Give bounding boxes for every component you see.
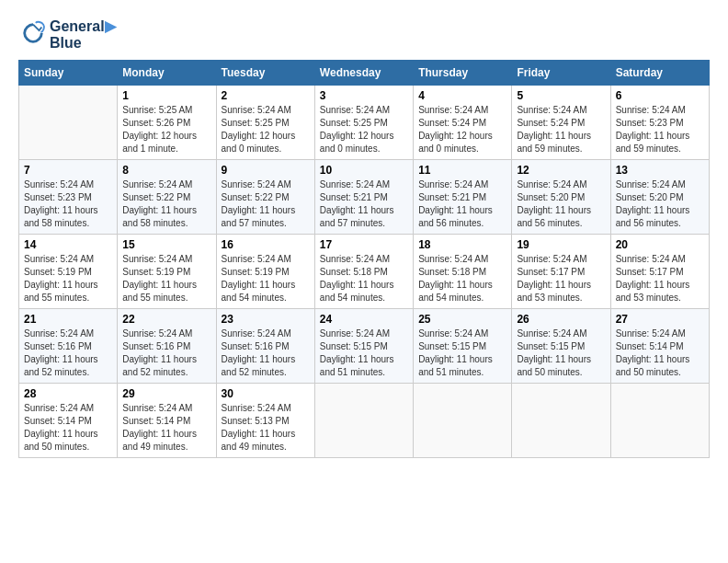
day-info: Sunrise: 5:24 AMSunset: 5:13 PMDaylight:… <box>222 402 310 454</box>
day-info: Sunrise: 5:24 AMSunset: 5:22 PMDaylight:… <box>222 178 310 230</box>
day-info: Sunrise: 5:24 AMSunset: 5:24 PMDaylight:… <box>517 104 605 155</box>
day-number: 4 <box>418 89 506 102</box>
calendar-cell: 29Sunrise: 5:24 AMSunset: 5:14 PMDayligh… <box>118 384 216 458</box>
weekday-header-wednesday: Wednesday <box>314 61 413 86</box>
day-number: 29 <box>122 387 210 400</box>
calendar-cell <box>414 384 512 458</box>
day-number: 23 <box>222 313 310 326</box>
weekday-header-tuesday: Tuesday <box>216 61 314 86</box>
calendar-cell <box>610 384 709 458</box>
day-info: Sunrise: 5:24 AMSunset: 5:15 PMDaylight:… <box>517 327 605 379</box>
day-number: 6 <box>616 89 704 102</box>
calendar-cell <box>314 384 413 458</box>
calendar-cell: 8Sunrise: 5:24 AMSunset: 5:22 PMDaylight… <box>118 160 216 235</box>
day-info: Sunrise: 5:24 AMSunset: 5:25 PMDaylight:… <box>320 104 408 155</box>
day-number: 30 <box>222 387 310 400</box>
day-number: 25 <box>418 313 506 326</box>
weekday-header-thursday: Thursday <box>414 61 512 86</box>
calendar-week-row: 28Sunrise: 5:24 AMSunset: 5:14 PMDayligh… <box>19 384 710 458</box>
day-number: 26 <box>517 313 605 326</box>
calendar-cell: 18Sunrise: 5:24 AMSunset: 5:18 PMDayligh… <box>414 235 512 309</box>
day-number: 20 <box>616 238 704 251</box>
calendar-cell: 23Sunrise: 5:24 AMSunset: 5:16 PMDayligh… <box>216 309 314 384</box>
day-info: Sunrise: 5:24 AMSunset: 5:19 PMDaylight:… <box>122 253 210 304</box>
day-number: 8 <box>122 164 210 177</box>
calendar-week-row: 21Sunrise: 5:24 AMSunset: 5:16 PMDayligh… <box>19 309 710 384</box>
calendar-cell: 16Sunrise: 5:24 AMSunset: 5:19 PMDayligh… <box>216 235 314 309</box>
logo: General▶ Blue <box>18 18 116 51</box>
day-info: Sunrise: 5:24 AMSunset: 5:16 PMDaylight:… <box>222 327 310 379</box>
day-info: Sunrise: 5:24 AMSunset: 5:20 PMDaylight:… <box>616 178 704 230</box>
calendar-week-row: 14Sunrise: 5:24 AMSunset: 5:19 PMDayligh… <box>19 235 710 309</box>
calendar-cell: 6Sunrise: 5:24 AMSunset: 5:23 PMDaylight… <box>610 86 709 160</box>
calendar-cell: 14Sunrise: 5:24 AMSunset: 5:19 PMDayligh… <box>19 235 118 309</box>
calendar-cell: 17Sunrise: 5:24 AMSunset: 5:18 PMDayligh… <box>314 235 413 309</box>
day-number: 12 <box>517 164 605 177</box>
day-info: Sunrise: 5:24 AMSunset: 5:16 PMDaylight:… <box>122 327 210 379</box>
day-number: 21 <box>24 313 112 326</box>
day-info: Sunrise: 5:24 AMSunset: 5:18 PMDaylight:… <box>320 253 408 304</box>
calendar-cell: 28Sunrise: 5:24 AMSunset: 5:14 PMDayligh… <box>19 384 118 458</box>
day-info: Sunrise: 5:24 AMSunset: 5:24 PMDaylight:… <box>418 104 506 155</box>
calendar-cell: 26Sunrise: 5:24 AMSunset: 5:15 PMDayligh… <box>512 309 610 384</box>
day-info: Sunrise: 5:24 AMSunset: 5:17 PMDaylight:… <box>616 253 704 304</box>
calendar-cell: 15Sunrise: 5:24 AMSunset: 5:19 PMDayligh… <box>118 235 216 309</box>
calendar-cell: 20Sunrise: 5:24 AMSunset: 5:17 PMDayligh… <box>610 235 709 309</box>
weekday-header-sunday: Sunday <box>19 61 118 86</box>
calendar-cell: 22Sunrise: 5:24 AMSunset: 5:16 PMDayligh… <box>118 309 216 384</box>
weekday-header-saturday: Saturday <box>610 61 709 86</box>
day-number: 9 <box>222 164 310 177</box>
day-info: Sunrise: 5:24 AMSunset: 5:19 PMDaylight:… <box>222 253 310 304</box>
day-info: Sunrise: 5:24 AMSunset: 5:23 PMDaylight:… <box>616 104 704 155</box>
day-info: Sunrise: 5:24 AMSunset: 5:22 PMDaylight:… <box>122 178 210 230</box>
day-number: 13 <box>616 164 704 177</box>
calendar-cell: 21Sunrise: 5:24 AMSunset: 5:16 PMDayligh… <box>19 309 118 384</box>
day-number: 2 <box>222 89 310 102</box>
calendar-cell: 5Sunrise: 5:24 AMSunset: 5:24 PMDaylight… <box>512 86 610 160</box>
day-number: 1 <box>122 89 210 102</box>
logo-icon <box>20 20 46 46</box>
calendar-cell: 12Sunrise: 5:24 AMSunset: 5:20 PMDayligh… <box>512 160 610 235</box>
day-info: Sunrise: 5:24 AMSunset: 5:15 PMDaylight:… <box>418 327 506 379</box>
calendar-week-row: 7Sunrise: 5:24 AMSunset: 5:23 PMDaylight… <box>19 160 710 235</box>
weekday-header-monday: Monday <box>118 61 216 86</box>
calendar-cell: 24Sunrise: 5:24 AMSunset: 5:15 PMDayligh… <box>314 309 413 384</box>
calendar-cell: 25Sunrise: 5:24 AMSunset: 5:15 PMDayligh… <box>414 309 512 384</box>
calendar-cell: 4Sunrise: 5:24 AMSunset: 5:24 PMDaylight… <box>414 86 512 160</box>
calendar-table: SundayMondayTuesdayWednesdayThursdayFrid… <box>18 60 710 458</box>
day-info: Sunrise: 5:24 AMSunset: 5:15 PMDaylight:… <box>320 327 408 379</box>
calendar-cell: 27Sunrise: 5:24 AMSunset: 5:14 PMDayligh… <box>610 309 709 384</box>
day-number: 27 <box>616 313 704 326</box>
calendar-body: 1Sunrise: 5:25 AMSunset: 5:26 PMDaylight… <box>19 86 710 458</box>
calendar-cell: 11Sunrise: 5:24 AMSunset: 5:21 PMDayligh… <box>414 160 512 235</box>
day-number: 28 <box>24 387 112 400</box>
calendar-cell: 7Sunrise: 5:24 AMSunset: 5:23 PMDaylight… <box>19 160 118 235</box>
day-number: 16 <box>222 238 310 251</box>
day-number: 19 <box>517 238 605 251</box>
calendar-cell: 10Sunrise: 5:24 AMSunset: 5:21 PMDayligh… <box>314 160 413 235</box>
day-number: 3 <box>320 89 408 102</box>
day-number: 10 <box>320 164 408 177</box>
calendar-cell <box>512 384 610 458</box>
day-info: Sunrise: 5:24 AMSunset: 5:20 PMDaylight:… <box>517 178 605 230</box>
calendar-header-row: SundayMondayTuesdayWednesdayThursdayFrid… <box>19 61 710 86</box>
calendar-cell: 1Sunrise: 5:25 AMSunset: 5:26 PMDaylight… <box>118 86 216 160</box>
calendar-cell: 9Sunrise: 5:24 AMSunset: 5:22 PMDaylight… <box>216 160 314 235</box>
day-info: Sunrise: 5:24 AMSunset: 5:14 PMDaylight:… <box>616 327 704 379</box>
day-number: 14 <box>24 238 112 251</box>
day-number: 5 <box>517 89 605 102</box>
day-number: 11 <box>418 164 506 177</box>
calendar-cell: 30Sunrise: 5:24 AMSunset: 5:13 PMDayligh… <box>216 384 314 458</box>
day-number: 7 <box>24 164 112 177</box>
day-info: Sunrise: 5:24 AMSunset: 5:18 PMDaylight:… <box>418 253 506 304</box>
day-info: Sunrise: 5:24 AMSunset: 5:14 PMDaylight:… <box>24 402 112 454</box>
day-info: Sunrise: 5:24 AMSunset: 5:19 PMDaylight:… <box>24 253 112 304</box>
calendar-cell: 2Sunrise: 5:24 AMSunset: 5:25 PMDaylight… <box>216 86 314 160</box>
day-info: Sunrise: 5:24 AMSunset: 5:14 PMDaylight:… <box>122 402 210 454</box>
calendar-cell: 13Sunrise: 5:24 AMSunset: 5:20 PMDayligh… <box>610 160 709 235</box>
day-info: Sunrise: 5:24 AMSunset: 5:17 PMDaylight:… <box>517 253 605 304</box>
weekday-header-friday: Friday <box>512 61 610 86</box>
day-number: 15 <box>122 238 210 251</box>
day-number: 22 <box>122 313 210 326</box>
day-info: Sunrise: 5:24 AMSunset: 5:16 PMDaylight:… <box>24 327 112 379</box>
